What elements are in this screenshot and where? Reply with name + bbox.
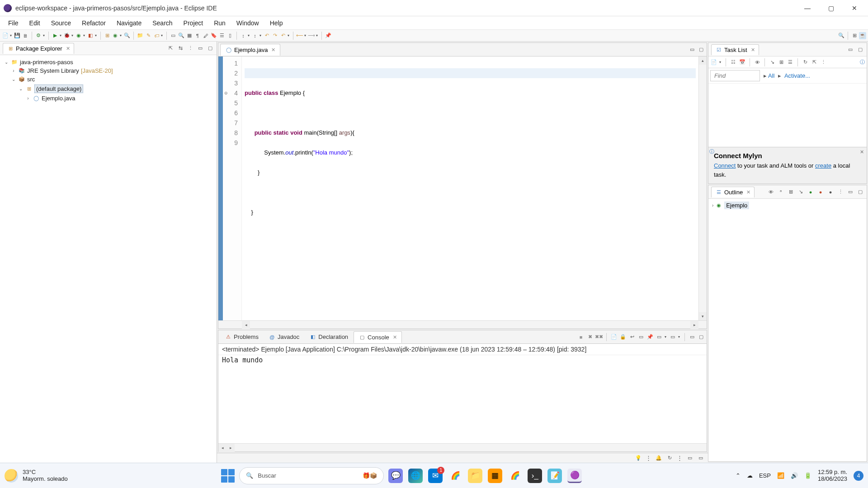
scroll-left-icon[interactable]: ◂ bbox=[218, 444, 226, 452]
battery-icon[interactable]: 🔋 bbox=[804, 472, 811, 479]
activate-link[interactable]: Activate... bbox=[784, 72, 810, 79]
app-sublime[interactable]: ▦ bbox=[488, 469, 502, 483]
task-list-tab[interactable]: ☑ Task List ✕ bbox=[711, 44, 759, 55]
expand-icon[interactable]: ⌄ bbox=[11, 77, 16, 82]
package-explorer-tree[interactable]: ⌄ 📁 java-primeros-pasos › 📚 JRE System L… bbox=[0, 55, 217, 463]
dropdown-icon[interactable]: ▾ bbox=[83, 33, 86, 38]
open-type-icon[interactable]: 🔍 bbox=[123, 32, 131, 39]
scroll-down-icon[interactable]: ▾ bbox=[699, 312, 707, 320]
notification-badge[interactable]: 4 bbox=[854, 471, 863, 481]
hide-nonpublic-icon[interactable]: ● bbox=[827, 188, 834, 196]
tb-icon[interactable]: ↘ bbox=[797, 188, 804, 196]
back-history-icon[interactable]: ⟵ bbox=[296, 32, 303, 39]
close-icon[interactable]: ✕ bbox=[860, 149, 864, 155]
mark-occurrences-icon[interactable]: 🔍 bbox=[178, 32, 185, 39]
schedule-icon[interactable]: 📅 bbox=[739, 59, 746, 66]
package-explorer-tab[interactable]: ⊞ Package Explorer ✕ bbox=[3, 43, 74, 54]
app-teams[interactable]: 💬 bbox=[388, 469, 403, 483]
scroll-lock-icon[interactable]: 🔒 bbox=[619, 333, 627, 341]
new-icon[interactable]: 📄 bbox=[2, 32, 9, 39]
tb-icon[interactable]: 🖉 bbox=[202, 32, 209, 39]
editor-tab-ejemplo[interactable]: ◯ Ejemplo.java ✕ bbox=[220, 44, 280, 56]
menu-help[interactable]: Help bbox=[264, 18, 288, 28]
sort-icon[interactable]: ᵃ bbox=[777, 188, 784, 196]
expand-icon[interactable]: ⌄ bbox=[4, 60, 9, 65]
word-wrap-icon[interactable]: ↩ bbox=[628, 333, 636, 341]
view-menu-icon[interactable]: ⋮ bbox=[187, 45, 194, 52]
tree-jre[interactable]: › 📚 JRE System Library [JavaSE-20] bbox=[2, 66, 215, 75]
dropdown-icon[interactable]: ▾ bbox=[288, 33, 290, 38]
run-icon[interactable]: ▶ bbox=[52, 32, 59, 39]
maximize-button[interactable]: ▢ bbox=[825, 2, 837, 14]
outline-tab[interactable]: ☰ Outline ✕ bbox=[711, 187, 755, 197]
app-notepad[interactable]: 📝 bbox=[547, 469, 562, 483]
dropdown-icon[interactable]: ▾ bbox=[678, 335, 681, 339]
outline-body[interactable]: › ◉ Ejemplo bbox=[708, 199, 867, 461]
menu-project[interactable]: Project bbox=[178, 18, 209, 28]
java-perspective-icon[interactable]: ☕ bbox=[859, 32, 866, 39]
collapse-icon[interactable]: ⇱ bbox=[811, 59, 818, 66]
debug-icon[interactable]: 🐞 bbox=[63, 32, 71, 39]
last-edit-icon[interactable]: ↶ bbox=[263, 32, 270, 39]
menu-file[interactable]: File bbox=[3, 18, 24, 28]
dropdown-icon[interactable]: ▾ bbox=[719, 60, 722, 64]
coverage-icon[interactable]: ◉ bbox=[75, 32, 82, 39]
minimize-editor-icon[interactable]: ▭ bbox=[689, 46, 696, 53]
search-access-icon[interactable]: 🔍 bbox=[838, 32, 845, 39]
wifi-icon[interactable]: 📶 bbox=[777, 472, 784, 479]
dropdown-icon[interactable]: ▾ bbox=[665, 335, 667, 339]
weather-widget[interactable]: 33°C Mayorm. soleado bbox=[5, 469, 68, 483]
maximize-view-icon[interactable]: ▢ bbox=[857, 188, 864, 196]
close-icon[interactable]: ✕ bbox=[751, 47, 755, 53]
dropdown-icon[interactable]: ▾ bbox=[248, 33, 250, 38]
app-chrome2[interactable]: 🌈 bbox=[508, 469, 522, 483]
tb-icon[interactable]: 🔖 bbox=[210, 32, 217, 39]
next-annotation-icon[interactable]: ↕ bbox=[240, 32, 247, 39]
expand-icon[interactable]: ⌄ bbox=[18, 86, 24, 91]
connect-link[interactable]: Connect bbox=[714, 162, 736, 169]
console-output[interactable]: Hola mundo bbox=[218, 355, 707, 443]
dropdown-icon[interactable]: ▾ bbox=[120, 33, 123, 38]
fwd-history-icon[interactable]: ⟶ bbox=[308, 32, 315, 39]
app-eclipse[interactable]: 🟣 bbox=[567, 469, 582, 483]
app-mail[interactable]: ✉1 bbox=[428, 469, 443, 483]
close-button[interactable]: ✕ bbox=[848, 2, 861, 14]
focus-icon[interactable]: 👁 bbox=[754, 59, 761, 66]
minimize-view-icon[interactable]: ▭ bbox=[847, 188, 854, 196]
all-link[interactable]: All bbox=[768, 72, 774, 79]
view-menu-icon[interactable]: ⋮ bbox=[820, 59, 827, 66]
dropdown-icon[interactable]: ▾ bbox=[43, 33, 46, 38]
new-task-icon[interactable]: 📄 bbox=[710, 59, 717, 66]
wand-icon[interactable]: ✎ bbox=[145, 32, 152, 39]
status-icon[interactable]: ▭ bbox=[686, 455, 693, 462]
minimize-view-icon[interactable]: ▭ bbox=[847, 46, 854, 53]
dropdown-icon[interactable]: ▾ bbox=[304, 33, 307, 38]
app-edge[interactable]: 🌐 bbox=[408, 469, 423, 483]
dropdown-icon[interactable]: ▾ bbox=[259, 33, 262, 38]
menu-window[interactable]: Window bbox=[231, 18, 264, 28]
menu-refactor[interactable]: Refactor bbox=[76, 18, 111, 28]
maximize-view-icon[interactable]: ▢ bbox=[857, 46, 864, 53]
dropdown-icon[interactable]: ▾ bbox=[60, 33, 62, 38]
minimize-view-icon[interactable]: ▭ bbox=[197, 45, 204, 52]
prev-annotation-icon[interactable]: ↕ bbox=[251, 32, 259, 39]
tab-javadoc[interactable]: @ Javadoc bbox=[264, 331, 304, 343]
clear-console-icon[interactable]: 📄 bbox=[610, 333, 618, 341]
minimize-view-icon[interactable]: ▭ bbox=[689, 333, 696, 341]
status-icon[interactable]: ▭ bbox=[697, 455, 704, 462]
status-icon[interactable]: 🔔 bbox=[655, 455, 662, 462]
remove-launch-icon[interactable]: ✖ bbox=[586, 333, 594, 341]
expand-icon[interactable]: › bbox=[25, 96, 31, 101]
new-package-icon[interactable]: ⊞ bbox=[104, 32, 111, 39]
tb-icon[interactable]: ⊞ bbox=[778, 59, 785, 66]
dropdown-icon[interactable]: ▾ bbox=[316, 33, 319, 38]
scroll-right-icon[interactable]: ▸ bbox=[690, 321, 698, 329]
show-console-icon[interactable]: ▭ bbox=[637, 333, 645, 341]
open-console-icon[interactable]: ▭ bbox=[669, 333, 676, 341]
close-icon[interactable]: ✕ bbox=[746, 189, 750, 195]
taskbar-search[interactable]: 🔍 Buscar 🎁📦 bbox=[239, 467, 384, 484]
toggle-breadcrumb-icon[interactable]: ▭ bbox=[170, 32, 177, 39]
close-icon[interactable]: ✕ bbox=[271, 47, 275, 53]
scroll-right-icon[interactable]: ▸ bbox=[226, 444, 235, 452]
tree-file[interactable]: › ◯ Ejemplo.java bbox=[2, 94, 215, 103]
